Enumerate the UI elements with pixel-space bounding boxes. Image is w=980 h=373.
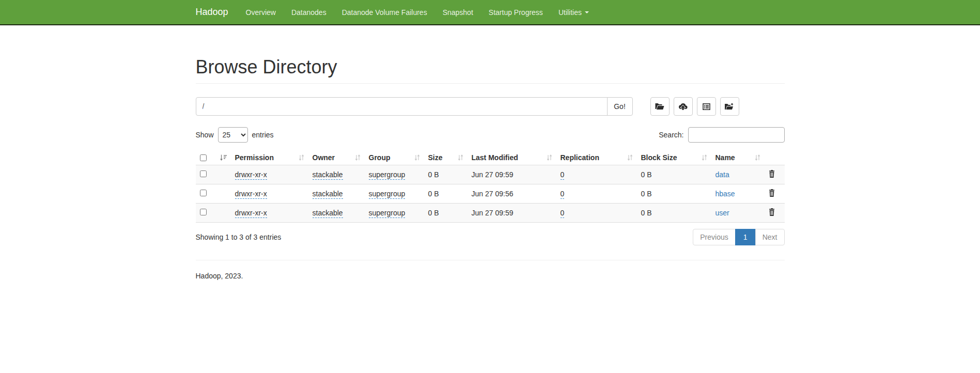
column-label: Group — [369, 153, 391, 162]
column-label: Last Modified — [472, 153, 518, 162]
table-row: drwxr-xr-x stackable supergroup 0 B Jun … — [196, 165, 785, 184]
owner-editable[interactable]: stackable — [313, 170, 343, 180]
navbar-brand[interactable]: Hadoop — [193, 7, 231, 18]
top-navbar: HadoopOverviewDatanodesDatanode Volume F… — [0, 0, 980, 25]
owner-editable[interactable]: stackable — [313, 190, 343, 199]
go-button[interactable]: Go! — [607, 97, 633, 116]
column-header-actions — [765, 150, 785, 165]
directory-link[interactable]: hbase — [715, 190, 735, 198]
nav-item-datanodes[interactable]: Datanodes — [284, 8, 334, 17]
sort-both-icon — [414, 154, 420, 161]
column-label: Size — [428, 153, 443, 162]
folder-move-icon — [725, 103, 734, 110]
list-alt-icon — [703, 103, 710, 111]
search-label: Search: — [659, 131, 683, 139]
nav-item-label: Startup Progress — [489, 8, 543, 17]
path-bar: Go! — [196, 97, 785, 116]
sort-both-icon — [355, 154, 361, 161]
page-size-select[interactable]: 25 — [218, 127, 248, 143]
select-all-checkbox[interactable] — [200, 154, 207, 161]
block-size-value: 0 B — [641, 190, 652, 198]
pagination-previous-button[interactable]: Previous — [693, 229, 735, 245]
column-header-group[interactable]: Group — [365, 150, 424, 165]
site-footer-text: Hadoop, 2023. — [196, 272, 785, 280]
nav-item-label: Datanodes — [291, 8, 326, 17]
delete-button[interactable] — [769, 170, 775, 178]
size-value: 0 B — [428, 170, 439, 179]
directory-path-input[interactable] — [196, 97, 608, 116]
table-row: drwxr-xr-x stackable supergroup 0 B Jun … — [196, 204, 785, 223]
sort-active-icon — [220, 154, 227, 161]
cloud-upload-icon — [678, 103, 688, 111]
column-header-size[interactable]: Size — [424, 150, 468, 165]
nav-item-snapshot[interactable]: Snapshot — [435, 8, 481, 17]
page-title: Browse Directory — [196, 56, 785, 84]
row-checkbox[interactable] — [200, 190, 207, 196]
search-input[interactable] — [688, 127, 785, 143]
upload-files-button[interactable] — [674, 97, 693, 116]
group-editable[interactable]: supergroup — [369, 209, 406, 218]
permission-editable[interactable]: drwxr-xr-x — [235, 190, 267, 199]
sort-both-icon — [702, 154, 707, 161]
last-modified-value: Jun 27 09:59 — [472, 209, 514, 217]
column-label: Owner — [313, 153, 335, 162]
replication-editable[interactable]: 0 — [561, 190, 565, 199]
nav-item-datanode-volume-failures[interactable]: Datanode Volume Failures — [334, 8, 435, 17]
column-header-owner[interactable]: Owner — [308, 150, 365, 165]
sort-both-icon — [755, 154, 760, 161]
sort-both-icon — [547, 154, 552, 161]
cut-paste-button[interactable] — [697, 97, 716, 116]
row-checkbox[interactable] — [200, 170, 207, 177]
column-label: Replication — [561, 153, 599, 162]
trash-icon — [769, 170, 775, 178]
trash-icon — [769, 208, 775, 216]
column-header-block-size[interactable]: Block Size — [637, 150, 711, 165]
table-header-row: Permission Owner Group Size Last Mod — [196, 150, 785, 165]
pagination-next-button[interactable]: Next — [755, 229, 785, 245]
nav-item-label: Overview — [246, 8, 276, 17]
directory-table: Permission Owner Group Size Last Mod — [196, 150, 785, 223]
sort-both-icon — [458, 154, 463, 161]
table-info: Showing 1 to 3 of 3 entries — [196, 233, 282, 241]
replication-editable[interactable]: 0 — [561, 209, 565, 218]
pagination: Previous 1 Next — [693, 229, 784, 245]
group-editable[interactable]: supergroup — [369, 190, 406, 199]
permission-editable[interactable]: drwxr-xr-x — [235, 209, 267, 218]
entries-label: entries — [252, 131, 274, 139]
table-row: drwxr-xr-x stackable supergroup 0 B Jun … — [196, 184, 785, 204]
nav-item-overview[interactable]: Overview — [238, 8, 284, 17]
nav-item-label: Utilities — [558, 8, 582, 17]
owner-editable[interactable]: stackable — [313, 209, 343, 218]
last-modified-value: Jun 27 09:59 — [472, 170, 514, 179]
last-modified-value: Jun 27 09:56 — [472, 190, 514, 198]
nav-item-startup-progress[interactable]: Startup Progress — [481, 8, 551, 17]
sort-both-icon — [299, 154, 304, 161]
directory-link[interactable]: data — [715, 170, 729, 179]
select-all-header[interactable] — [196, 150, 231, 165]
row-checkbox[interactable] — [200, 209, 207, 215]
column-label: Block Size — [641, 153, 677, 162]
replication-editable[interactable]: 0 — [561, 170, 565, 180]
nav-item-label: Snapshot — [443, 8, 473, 17]
column-header-last-modified[interactable]: Last Modified — [468, 150, 556, 165]
size-value: 0 B — [428, 209, 439, 217]
column-label: Name — [715, 153, 735, 162]
permission-editable[interactable]: drwxr-xr-x — [235, 170, 267, 180]
column-header-replication[interactable]: Replication — [556, 150, 637, 165]
size-value: 0 B — [428, 190, 439, 198]
column-header-name[interactable]: Name — [711, 150, 765, 165]
column-header-permission[interactable]: Permission — [231, 150, 308, 165]
move-to-button[interactable] — [720, 97, 739, 116]
block-size-value: 0 B — [641, 170, 652, 179]
directory-link[interactable]: user — [715, 209, 729, 217]
delete-button[interactable] — [769, 208, 775, 216]
caret-down-icon — [585, 11, 589, 13]
nav-item-label: Datanode Volume Failures — [342, 8, 427, 17]
trash-icon — [769, 189, 775, 197]
group-editable[interactable]: supergroup — [369, 170, 406, 180]
create-directory-button[interactable] — [650, 97, 670, 116]
page-length-control: Show 25 entries — [196, 127, 274, 143]
pagination-page-1-button[interactable]: 1 — [735, 229, 756, 245]
delete-button[interactable] — [769, 189, 775, 197]
nav-item-utilities[interactable]: Utilities — [551, 8, 597, 17]
